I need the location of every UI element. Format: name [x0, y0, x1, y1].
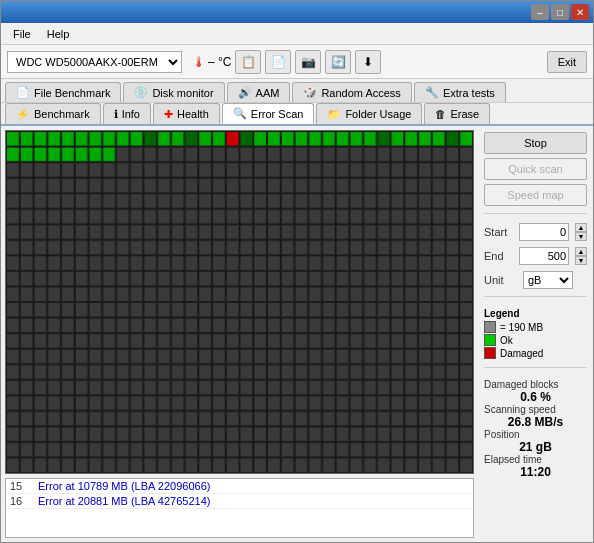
copy2-icon-btn[interactable]: 📄: [265, 50, 291, 74]
log-entry-15: 15 Error at 10789 MB (LBA 22096066): [6, 479, 473, 494]
start-spinner: ▲ ▼: [575, 223, 587, 241]
scan-grid: [5, 130, 474, 474]
health-icon: ✚: [164, 108, 173, 121]
tab-extra-tests[interactable]: 🔧 Extra tests: [414, 82, 506, 102]
end-spinner: ▲ ▼: [575, 247, 587, 265]
extra-tests-icon: 🔧: [425, 86, 439, 99]
scan-canvas: [6, 131, 473, 473]
start-label: Start: [484, 226, 515, 238]
legend-item-ok: Ok: [484, 334, 587, 346]
start-spin-up[interactable]: ▲: [575, 223, 587, 232]
legend-box: Legend = 190 MB Ok Damaged: [484, 308, 587, 360]
main-window: – □ ✕ File Help WDC WD5000AAKX-00ERM (50…: [0, 0, 594, 543]
unit-field: Unit MB gB: [484, 271, 587, 289]
divider-2: [484, 296, 587, 297]
maximize-button[interactable]: □: [551, 4, 569, 20]
legend-label-ok: Ok: [500, 335, 513, 346]
tab-benchmark[interactable]: ⚡ Benchmark: [5, 103, 101, 124]
error-scan-icon: 🔍: [233, 107, 247, 120]
start-input[interactable]: [519, 223, 569, 241]
menu-bar: File Help: [1, 23, 593, 45]
quick-scan-button[interactable]: Quick scan: [484, 158, 587, 180]
stat-value-damaged: 0.6 %: [484, 390, 587, 404]
stat-value-speed: 26.8 MB/s: [484, 415, 587, 429]
legend-label-gray: = 190 MB: [500, 322, 543, 333]
tab-erase[interactable]: 🗑 Erase: [424, 103, 490, 124]
stats-section: Damaged blocks 0.6 % Scanning speed 26.8…: [484, 379, 587, 479]
random-access-icon: 🎲: [303, 86, 317, 99]
tab-error-scan-label: Error Scan: [251, 108, 304, 120]
temperature-display: 🌡 – °C: [192, 54, 231, 70]
tab-health[interactable]: ✚ Health: [153, 103, 220, 124]
stat-label-position: Position: [484, 429, 587, 440]
temp-value: – °C: [208, 55, 231, 69]
close-button[interactable]: ✕: [571, 4, 589, 20]
stop-button[interactable]: Stop: [484, 132, 587, 154]
tab-disk-monitor[interactable]: 💿 Disk monitor: [123, 82, 224, 102]
camera-icon-btn[interactable]: 📷: [295, 50, 321, 74]
tabs-row-1: 📄 File Benchmark 💿 Disk monitor 🔊 AAM 🎲 …: [1, 79, 593, 103]
tab-file-benchmark-label: File Benchmark: [34, 87, 110, 99]
tab-folder-usage-label: Folder Usage: [345, 108, 411, 120]
tab-random-access[interactable]: 🎲 Random Access: [292, 82, 411, 102]
tab-info-label: Info: [122, 108, 140, 120]
legend-title: Legend: [484, 308, 587, 319]
end-spin-up[interactable]: ▲: [575, 247, 587, 256]
tab-info[interactable]: ℹ Info: [103, 103, 151, 124]
menu-file[interactable]: File: [5, 26, 39, 42]
stat-value-elapsed: 11:20: [484, 465, 587, 479]
divider-3: [484, 367, 587, 368]
end-input[interactable]: [519, 247, 569, 265]
refresh-icon-btn[interactable]: 🔄: [325, 50, 351, 74]
aam-icon: 🔊: [238, 86, 252, 99]
info-icon: ℹ: [114, 108, 118, 121]
legend-label-damaged: Damaged: [500, 348, 543, 359]
start-spin-down[interactable]: ▼: [575, 232, 587, 241]
file-benchmark-icon: 📄: [16, 86, 30, 99]
disk-monitor-icon: 💿: [134, 86, 148, 99]
legend-swatch-damaged: [484, 347, 496, 359]
legend-item-damaged: Damaged: [484, 347, 587, 359]
tab-health-label: Health: [177, 108, 209, 120]
toolbar: WDC WD5000AAKX-00ERM (500 gB) 🌡 – °C 📋 📄…: [1, 45, 593, 79]
log-num-16: 16: [10, 495, 30, 507]
download-icon-btn[interactable]: ⬇: [355, 50, 381, 74]
tab-folder-usage[interactable]: 📁 Folder Usage: [316, 103, 422, 124]
benchmark-icon: ⚡: [16, 108, 30, 121]
unit-select[interactable]: MB gB: [523, 271, 573, 289]
legend-item-gray: = 190 MB: [484, 321, 587, 333]
minimize-button[interactable]: –: [531, 4, 549, 20]
start-field: Start ▲ ▼: [484, 223, 587, 241]
scan-area: 15 Error at 10789 MB (LBA 22096066) 16 E…: [1, 126, 478, 542]
legend-swatch-ok: [484, 334, 496, 346]
unit-label: Unit: [484, 274, 519, 286]
stat-value-position: 21 gB: [484, 440, 587, 454]
tab-file-benchmark[interactable]: 📄 File Benchmark: [5, 82, 121, 102]
tab-error-scan[interactable]: 🔍 Error Scan: [222, 103, 315, 124]
stat-label-damaged: Damaged blocks: [484, 379, 587, 390]
end-label: End: [484, 250, 515, 262]
tab-disk-monitor-label: Disk monitor: [152, 87, 213, 99]
main-content: 15 Error at 10789 MB (LBA 22096066) 16 E…: [1, 126, 593, 542]
tab-aam[interactable]: 🔊 AAM: [227, 82, 291, 102]
log-text-16: Error at 20881 MB (LBA 42765214): [38, 495, 210, 507]
side-panel: Stop Quick scan Speed map Start ▲ ▼ End …: [478, 126, 593, 542]
title-bar: – □ ✕: [1, 1, 593, 23]
tab-aam-label: AAM: [256, 87, 280, 99]
thermometer-icon: 🌡: [192, 54, 206, 70]
log-text-15: Error at 10789 MB (LBA 22096066): [38, 480, 210, 492]
copy-icon-btn[interactable]: 📋: [235, 50, 261, 74]
exit-button[interactable]: Exit: [547, 51, 587, 73]
menu-help[interactable]: Help: [39, 26, 78, 42]
tab-extra-tests-label: Extra tests: [443, 87, 495, 99]
legend-swatch-gray: [484, 321, 496, 333]
drive-select[interactable]: WDC WD5000AAKX-00ERM (500 gB): [7, 51, 182, 73]
erase-icon: 🗑: [435, 108, 446, 120]
log-num-15: 15: [10, 480, 30, 492]
stat-label-elapsed: Elapsed time: [484, 454, 587, 465]
log-area[interactable]: 15 Error at 10789 MB (LBA 22096066) 16 E…: [5, 478, 474, 538]
speed-map-button[interactable]: Speed map: [484, 184, 587, 206]
end-field: End ▲ ▼: [484, 247, 587, 265]
end-spin-down[interactable]: ▼: [575, 256, 587, 265]
log-entry-16: 16 Error at 20881 MB (LBA 42765214): [6, 494, 473, 509]
